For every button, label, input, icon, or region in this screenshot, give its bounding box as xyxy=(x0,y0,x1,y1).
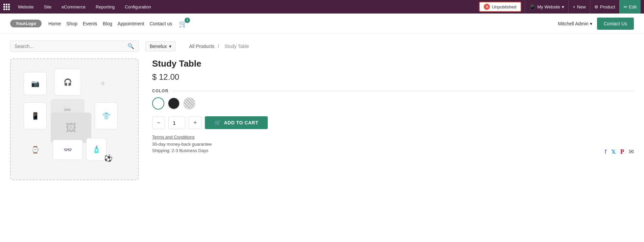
img-airplane: ✈ xyxy=(91,72,114,95)
color-options xyxy=(152,97,634,110)
grid-icon[interactable] xyxy=(3,4,10,10)
img-shirt: 👕 xyxy=(95,102,118,129)
main-content: 🔍 Benelux ▾ All Products / Study Table 📷… xyxy=(0,34,644,187)
shipping-text: Shipping: 2-3 Business Days xyxy=(152,148,208,153)
color-label: COLOR xyxy=(152,89,634,93)
img-camera: 📷 xyxy=(24,72,47,95)
product-section: 📷 🎧 ✈ 📱 🛏 🖼 👕 ⌚ 👓 🧴 ⚽ xyxy=(10,58,634,180)
color-swatch-white[interactable] xyxy=(152,97,164,110)
mobile-icon: 📱 xyxy=(529,4,536,10)
logo-text: YourLogo xyxy=(16,21,36,26)
my-website-label: My Website xyxy=(538,4,560,9)
cart-icon-wrap[interactable]: 🛒 1 xyxy=(179,20,187,28)
logo[interactable]: YourLogo xyxy=(10,20,42,27)
product-image-grid: 📷 🎧 ✈ 📱 🛏 🖼 👕 ⌚ 👓 🧴 ⚽ xyxy=(20,65,128,173)
breadcrumb: All Products / Study Table xyxy=(189,44,251,49)
nav-link-contact[interactable]: Contact us xyxy=(149,21,172,26)
shipping-row: Shipping: 2-3 Business Days f 𝕏 P ✉ xyxy=(152,148,634,155)
edit-icon: ✏ xyxy=(624,4,627,9)
website-nav: YourLogo Home Shop Events Blog Appointme… xyxy=(0,14,644,34)
nav-right: Mitchell Admin ▾ Contact Us xyxy=(558,18,634,30)
img-headphones: 🎧 xyxy=(54,69,81,96)
contact-us-button[interactable]: Contact Us xyxy=(597,18,634,30)
nav-link-shop[interactable]: Shop xyxy=(66,21,77,26)
admin-menu-configuration[interactable]: Configuration xyxy=(121,0,155,14)
nav-link-home[interactable]: Home xyxy=(48,21,61,26)
my-website-button[interactable]: 📱 My Website ▾ xyxy=(525,0,569,14)
search-input[interactable] xyxy=(15,44,127,49)
facebook-icon[interactable]: f xyxy=(605,148,606,155)
img-glasses: 👓 xyxy=(52,140,83,160)
user-caret: ▾ xyxy=(590,21,592,26)
quantity-decrease-button[interactable]: − xyxy=(152,116,165,129)
breadcrumb-all-products[interactable]: All Products xyxy=(189,44,215,49)
quantity-input[interactable] xyxy=(168,116,185,129)
add-to-cart-button[interactable]: 🛒 ADD TO CART xyxy=(205,116,268,129)
breadcrumb-current: Study Table xyxy=(224,44,249,49)
nav-link-events[interactable]: Events xyxy=(83,21,97,26)
img-center-main: 🖼 xyxy=(51,113,91,143)
guarantee-text: 30-day money-back guarantee xyxy=(152,142,634,147)
new-plus-icon: + xyxy=(573,4,575,9)
quantity-increase-button[interactable]: + xyxy=(189,116,201,129)
product-label: Product xyxy=(600,4,615,9)
region-select[interactable]: Benelux ▾ xyxy=(145,41,176,51)
product-image-container: 📷 🎧 ✈ 📱 🛏 🖼 👕 ⌚ 👓 🧴 ⚽ xyxy=(10,58,139,180)
img-phone: 📱 xyxy=(24,102,47,129)
search-breadcrumb-row: 🔍 Benelux ▾ All Products / Study Table xyxy=(10,41,634,52)
gear-icon: ⚙ xyxy=(594,4,598,9)
user-name[interactable]: Mitchell Admin ▾ xyxy=(558,21,592,26)
product-details: Study Table $ 12.00 COLOR − + 🛒 ADD TO C… xyxy=(152,58,634,180)
admin-app-name[interactable]: Website xyxy=(14,0,38,14)
quantity-cart-row: − + 🛒 ADD TO CART xyxy=(152,116,634,129)
terms-link[interactable]: Terms and Conditions xyxy=(152,135,634,140)
color-swatch-black[interactable] xyxy=(168,97,180,110)
new-label: New xyxy=(577,4,586,9)
social-icons: f 𝕏 P ✉ xyxy=(605,148,634,155)
edit-button[interactable]: ✏ Edit xyxy=(619,0,641,14)
admin-menu-reporting[interactable]: Reporting xyxy=(92,0,119,14)
nav-link-appointment[interactable]: Appointment xyxy=(118,21,144,26)
color-swatch-gray[interactable] xyxy=(183,97,195,110)
unpublished-button[interactable]: ✕ Unpublished xyxy=(479,2,521,12)
twitter-icon[interactable]: 𝕏 xyxy=(611,149,616,155)
admin-bar: Website Site eCommerce Reporting Configu… xyxy=(0,0,644,14)
cart-btn-icon: 🛒 xyxy=(214,120,221,126)
nav-links: Home Shop Events Blog Appointment Contac… xyxy=(48,21,172,26)
nav-left: YourLogo Home Shop Events Blog Appointme… xyxy=(10,20,187,28)
admin-menu-site[interactable]: Site xyxy=(40,0,55,14)
cart-badge: 1 xyxy=(185,18,190,23)
new-button[interactable]: + New xyxy=(568,0,590,14)
img-soccer: ⚽ xyxy=(98,148,118,168)
admin-bar-right: ✕ Unpublished 📱 My Website ▾ + New ⚙ Pro… xyxy=(479,0,641,14)
search-icon: 🔍 xyxy=(127,43,134,49)
region-label: Benelux xyxy=(150,44,167,49)
pinterest-icon[interactable]: P xyxy=(620,148,624,155)
search-box[interactable]: 🔍 xyxy=(10,41,139,52)
admin-menu-ecommerce[interactable]: eCommerce xyxy=(57,0,90,14)
product-button[interactable]: ⚙ Product xyxy=(590,0,619,14)
email-icon[interactable]: ✉ xyxy=(629,148,634,155)
unpublished-label: Unpublished xyxy=(492,4,516,9)
breadcrumb-separator: / xyxy=(218,44,219,49)
region-caret: ▾ xyxy=(169,44,171,49)
nav-link-blog[interactable]: Blog xyxy=(103,21,112,26)
product-price: $ 12.00 xyxy=(152,72,634,82)
product-title: Study Table xyxy=(152,58,634,69)
my-website-caret: ▾ xyxy=(562,4,564,9)
img-watch: ⌚ xyxy=(24,136,47,163)
admin-bar-left: Website Site eCommerce Reporting Configu… xyxy=(3,0,477,14)
edit-label: Edit xyxy=(629,4,637,9)
unpublished-x-icon: ✕ xyxy=(484,4,490,10)
add-to-cart-label: ADD TO CART xyxy=(224,120,259,125)
